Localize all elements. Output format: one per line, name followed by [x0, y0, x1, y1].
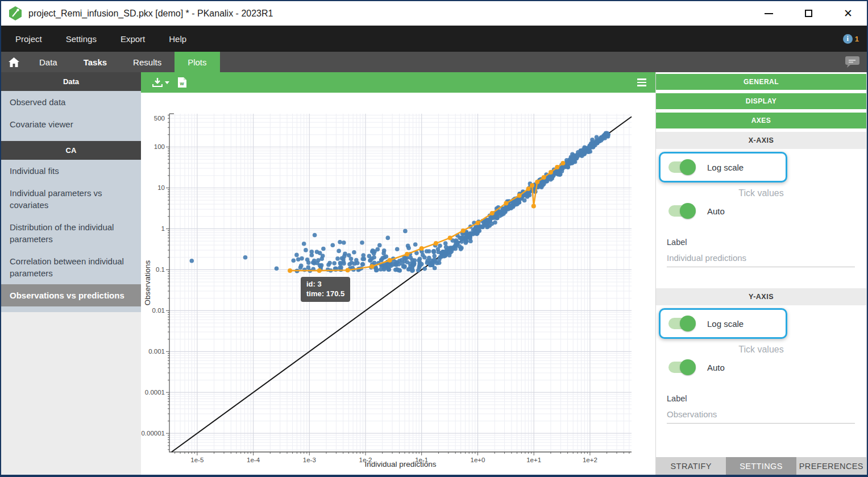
y-tick-auto-label: Auto: [707, 363, 725, 372]
svg-text:10: 10: [157, 184, 165, 191]
info-icon[interactable]: i: [843, 34, 853, 44]
section-axes[interactable]: AXES: [656, 113, 866, 128]
obs-vs-pred-plot[interactable]: 1e-51e-41e-31e-21e-11e+01e+11e+250010010…: [141, 93, 656, 475]
y-axis-header[interactable]: Y-AXIS: [656, 288, 866, 305]
title-bar: project_Remi_infusion_SD.pkx [demo] * - …: [1, 1, 867, 26]
menu-item-settings[interactable]: Settings: [54, 34, 109, 44]
sidebar-section-header-ca: CA: [1, 141, 141, 160]
minimize-icon: [765, 13, 773, 14]
tab-bar: DataTasksResultsPlots: [1, 52, 867, 72]
menu-item-project[interactable]: Project: [3, 34, 54, 44]
window-title: project_Remi_infusion_SD.pkx [demo] * - …: [28, 9, 763, 19]
pkanalix-logo-icon: [8, 6, 23, 21]
y-label-input[interactable]: Observations: [667, 409, 855, 424]
x-log-scale-highlight: Log scale: [659, 152, 787, 182]
svg-text:1e-3: 1e-3: [303, 457, 316, 463]
svg-text:w: w: [179, 81, 184, 86]
x-axis-title: Individual predictions: [364, 460, 436, 468]
x-tick-auto-label: Auto: [707, 206, 725, 216]
pkanalix-window: project_Remi_infusion_SD.pkx [demo] * - …: [0, 0, 868, 477]
sidebar-item-correlation-between-individual-parameters[interactable]: Correlation between individual parameter…: [1, 250, 141, 284]
tabs: DataTasksResultsPlots: [26, 52, 220, 72]
sidebar-list-data: Observed dataCovariate viewer: [1, 91, 141, 141]
settings-panel-body: GENERAL DISPLAY AXES X-AXIS Log scale Ti…: [656, 72, 866, 455]
plot-main: w 1e-51e-41e-31e-21e-11e+01e+11e+2500100…: [141, 72, 655, 475]
svg-text:1e+0: 1e+0: [471, 457, 485, 463]
menu-bar: ProjectSettingsExportHelp i 1: [1, 26, 867, 52]
sidebar-item-observations-vs-predictions[interactable]: Observations vs predictions: [1, 284, 141, 306]
tab-data[interactable]: Data: [26, 52, 70, 72]
x-axis-header[interactable]: X-AXIS: [656, 132, 866, 149]
download-icon: [152, 78, 163, 87]
y-label-caption: Label: [667, 394, 687, 403]
menu-item-help[interactable]: Help: [157, 34, 198, 44]
plot-toolbar: w: [141, 72, 655, 93]
y-auto-row: Auto: [668, 362, 725, 373]
svg-text:100: 100: [154, 143, 165, 150]
section-general[interactable]: GENERAL: [656, 74, 866, 90]
plot-options-menu-button[interactable]: [637, 78, 646, 86]
sidebar-item-covariate-viewer[interactable]: Covariate viewer: [1, 113, 141, 135]
y-log-scale-label: Log scale: [707, 319, 744, 329]
y-log-scale-highlight: Log scale: [659, 308, 787, 339]
close-icon: ✕: [844, 8, 853, 19]
stratify-tab[interactable]: STRATIFY: [656, 457, 726, 475]
home-button[interactable]: [1, 52, 26, 72]
sidebar-list-ca: Individual fitsIndividual parameters vs …: [1, 160, 141, 312]
tab-tasks[interactable]: Tasks: [70, 52, 120, 72]
sidebar-item-observed-data[interactable]: Observed data: [1, 91, 141, 113]
sidebar-item-individual-fits[interactable]: Individual fits: [1, 160, 141, 182]
menu-item-export[interactable]: Export: [109, 34, 157, 44]
minimize-button[interactable]: [763, 9, 774, 19]
sidebar-item-distribution-of-the-individual-parameters[interactable]: Distribution of the individual parameter…: [1, 216, 141, 250]
svg-text:1: 1: [161, 225, 165, 232]
download-caret-icon: [165, 81, 169, 84]
x-label-caption: Label: [667, 238, 687, 247]
x-tick-values-label: Tick values: [656, 188, 866, 198]
x-auto-row: Auto: [668, 205, 725, 217]
svg-text:0.01: 0.01: [152, 307, 165, 314]
close-button[interactable]: ✕: [843, 9, 853, 19]
settings-panel: GENERAL DISPLAY AXES X-AXIS Log scale Ti…: [655, 72, 867, 475]
plots-nav: DataObserved dataCovariate viewerCAIndiv…: [1, 72, 141, 312]
svg-text:0.001: 0.001: [148, 348, 165, 355]
notification-count: 1: [855, 35, 859, 43]
x-label-input[interactable]: Individual predictions: [667, 253, 855, 267]
sidebar-item-individual-parameters-vs-covariates[interactable]: Individual parameters vs covariates: [1, 182, 141, 216]
word-document-icon: w: [177, 77, 187, 88]
svg-text:1e-4: 1e-4: [247, 457, 260, 463]
maximize-icon: [805, 10, 812, 17]
sidebar-section-header-data: Data: [1, 72, 141, 91]
svg-text:1e+2: 1e+2: [583, 457, 597, 463]
panel-footer-tabs: STRATIFY SETTINGS PREFERENCES: [656, 455, 866, 475]
x-tick-auto-toggle[interactable]: [668, 205, 695, 217]
plot-area: 1e-51e-41e-31e-21e-11e+01e+11e+250010010…: [141, 93, 655, 475]
tab-results[interactable]: Results: [120, 52, 175, 72]
svg-text:0.1: 0.1: [156, 266, 165, 273]
svg-text:1e-5: 1e-5: [190, 457, 203, 463]
export-to-word-button[interactable]: w: [177, 77, 187, 88]
menu-icon: [637, 78, 646, 80]
y-log-scale-toggle[interactable]: [668, 318, 695, 329]
menu-items: ProjectSettingsExportHelp: [3, 34, 198, 44]
svg-text:0.00001: 0.00001: [141, 430, 165, 437]
content-area: DataObserved dataCovariate viewerCAIndiv…: [1, 72, 867, 475]
svg-text:500: 500: [154, 115, 165, 122]
preferences-tab[interactable]: PREFERENCES: [796, 457, 866, 475]
svg-text:0.0001: 0.0001: [145, 389, 165, 396]
section-display[interactable]: DISPLAY: [656, 93, 866, 109]
plots-sidebar: DataObserved dataCovariate viewerCAIndiv…: [1, 72, 141, 475]
y-axis-title: Observations: [143, 260, 152, 305]
y-tick-auto-toggle[interactable]: [668, 362, 695, 373]
settings-tab[interactable]: SETTINGS: [726, 457, 796, 475]
maximize-button[interactable]: [803, 9, 813, 19]
x-log-scale-toggle[interactable]: [668, 161, 695, 173]
y-tick-values-label: Tick values: [656, 345, 866, 355]
svg-text:1e+1: 1e+1: [526, 457, 541, 463]
x-log-scale-label: Log scale: [707, 163, 744, 172]
home-icon: [9, 57, 19, 67]
comment-icon[interactable]: [845, 56, 860, 68]
tab-plots[interactable]: Plots: [175, 52, 219, 72]
download-plot-button[interactable]: [152, 78, 169, 87]
